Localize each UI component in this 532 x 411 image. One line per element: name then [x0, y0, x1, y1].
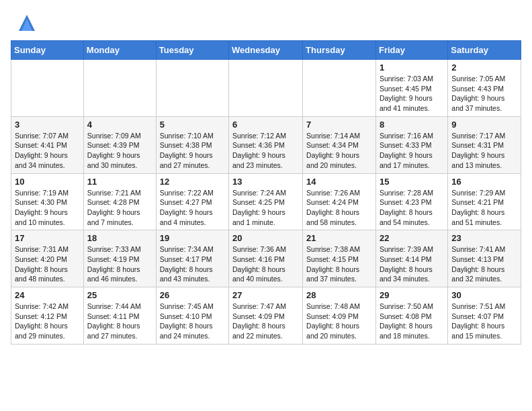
day-number: 3	[15, 120, 80, 130]
day-number: 30	[451, 290, 517, 300]
day-info: Sunrise: 7:16 AM Sunset: 4:33 PM Dayligh…	[380, 131, 444, 171]
calendar-cell: 7Sunrise: 7:14 AM Sunset: 4:34 PM Daylig…	[303, 116, 376, 173]
day-info: Sunrise: 7:38 AM Sunset: 4:15 PM Dayligh…	[306, 244, 372, 284]
calendar-cell: 27Sunrise: 7:47 AM Sunset: 4:09 PM Dayli…	[229, 287, 303, 345]
day-info: Sunrise: 7:19 AM Sunset: 4:30 PM Dayligh…	[15, 188, 80, 228]
day-info: Sunrise: 7:07 AM Sunset: 4:41 PM Dayligh…	[15, 131, 80, 171]
day-info: Sunrise: 7:24 AM Sunset: 4:25 PM Dayligh…	[232, 188, 299, 228]
day-number: 5	[160, 120, 225, 130]
day-info: Sunrise: 7:44 AM Sunset: 4:11 PM Dayligh…	[87, 302, 152, 341]
weekday-header-tuesday: Tuesday	[156, 41, 228, 60]
calendar-cell: 17Sunrise: 7:31 AM Sunset: 4:20 PM Dayli…	[11, 230, 84, 287]
day-info: Sunrise: 7:36 AM Sunset: 4:16 PM Dayligh…	[232, 244, 299, 284]
day-info: Sunrise: 7:26 AM Sunset: 4:24 PM Dayligh…	[306, 188, 372, 228]
day-number: 25	[87, 290, 152, 300]
day-number: 29	[380, 290, 444, 300]
day-number: 21	[306, 233, 372, 243]
day-info: Sunrise: 7:48 AM Sunset: 4:09 PM Dayligh…	[306, 302, 372, 341]
day-info: Sunrise: 7:09 AM Sunset: 4:39 PM Dayligh…	[87, 131, 152, 171]
calendar-cell: 6Sunrise: 7:12 AM Sunset: 4:36 PM Daylig…	[229, 116, 303, 173]
calendar-body: 1Sunrise: 7:03 AM Sunset: 4:45 PM Daylig…	[11, 60, 521, 345]
day-info: Sunrise: 7:12 AM Sunset: 4:36 PM Dayligh…	[232, 131, 299, 171]
weekday-header-thursday: Thursday	[303, 41, 376, 60]
day-number: 8	[380, 120, 444, 130]
week-row-2: 3Sunrise: 7:07 AM Sunset: 4:41 PM Daylig…	[11, 116, 521, 173]
logo-icon	[16, 12, 38, 34]
day-info: Sunrise: 7:45 AM Sunset: 4:10 PM Dayligh…	[160, 302, 225, 341]
week-row-4: 17Sunrise: 7:31 AM Sunset: 4:20 PM Dayli…	[11, 230, 521, 287]
calendar-cell: 2Sunrise: 7:05 AM Sunset: 4:43 PM Daylig…	[448, 60, 521, 117]
calendar-cell: 22Sunrise: 7:39 AM Sunset: 4:14 PM Dayli…	[375, 230, 447, 287]
day-info: Sunrise: 7:03 AM Sunset: 4:45 PM Dayligh…	[380, 74, 444, 113]
day-number: 10	[15, 177, 80, 187]
calendar-cell: 13Sunrise: 7:24 AM Sunset: 4:25 PM Dayli…	[229, 173, 303, 230]
day-number: 22	[380, 233, 444, 243]
day-info: Sunrise: 7:51 AM Sunset: 4:07 PM Dayligh…	[451, 302, 517, 341]
calendar-table: SundayMondayTuesdayWednesdayThursdayFrid…	[11, 40, 521, 345]
day-info: Sunrise: 7:39 AM Sunset: 4:14 PM Dayligh…	[380, 244, 444, 284]
week-row-3: 10Sunrise: 7:19 AM Sunset: 4:30 PM Dayli…	[11, 173, 521, 230]
calendar-cell	[303, 60, 376, 117]
calendar-cell: 14Sunrise: 7:26 AM Sunset: 4:24 PM Dayli…	[303, 173, 376, 230]
calendar-cell: 24Sunrise: 7:42 AM Sunset: 4:12 PM Dayli…	[11, 287, 84, 345]
day-number: 18	[87, 233, 152, 243]
calendar-cell: 1Sunrise: 7:03 AM Sunset: 4:45 PM Daylig…	[375, 60, 447, 117]
week-row-5: 24Sunrise: 7:42 AM Sunset: 4:12 PM Dayli…	[11, 287, 521, 345]
day-number: 12	[160, 177, 225, 187]
weekday-header-saturday: Saturday	[448, 41, 521, 60]
week-row-1: 1Sunrise: 7:03 AM Sunset: 4:45 PM Daylig…	[11, 60, 521, 117]
calendar-cell: 16Sunrise: 7:29 AM Sunset: 4:21 PM Dayli…	[448, 173, 521, 230]
day-info: Sunrise: 7:33 AM Sunset: 4:19 PM Dayligh…	[87, 244, 152, 284]
calendar-cell: 11Sunrise: 7:21 AM Sunset: 4:28 PM Dayli…	[83, 173, 156, 230]
day-info: Sunrise: 7:34 AM Sunset: 4:17 PM Dayligh…	[160, 244, 225, 284]
day-number: 1	[380, 62, 444, 73]
day-info: Sunrise: 7:10 AM Sunset: 4:38 PM Dayligh…	[160, 131, 225, 171]
day-info: Sunrise: 7:47 AM Sunset: 4:09 PM Dayligh…	[232, 302, 299, 341]
day-info: Sunrise: 7:17 AM Sunset: 4:31 PM Dayligh…	[451, 131, 517, 171]
weekday-header-row: SundayMondayTuesdayWednesdayThursdayFrid…	[11, 41, 521, 60]
day-number: 15	[380, 177, 444, 187]
calendar-cell: 19Sunrise: 7:34 AM Sunset: 4:17 PM Dayli…	[156, 230, 228, 287]
calendar-cell: 25Sunrise: 7:44 AM Sunset: 4:11 PM Dayli…	[83, 287, 156, 345]
weekday-header-monday: Monday	[83, 41, 156, 60]
day-number: 26	[160, 290, 225, 300]
calendar-cell: 20Sunrise: 7:36 AM Sunset: 4:16 PM Dayli…	[229, 230, 303, 287]
calendar-cell	[83, 60, 156, 117]
calendar-cell: 21Sunrise: 7:38 AM Sunset: 4:15 PM Dayli…	[303, 230, 376, 287]
calendar-wrap: SundayMondayTuesdayWednesdayThursdayFrid…	[0, 40, 532, 350]
calendar-cell: 3Sunrise: 7:07 AM Sunset: 4:41 PM Daylig…	[11, 116, 84, 173]
calendar-cell: 12Sunrise: 7:22 AM Sunset: 4:27 PM Dayli…	[156, 173, 228, 230]
weekday-header-wednesday: Wednesday	[229, 41, 303, 60]
calendar-cell: 29Sunrise: 7:50 AM Sunset: 4:08 PM Dayli…	[375, 287, 447, 345]
day-info: Sunrise: 7:29 AM Sunset: 4:21 PM Dayligh…	[451, 188, 517, 228]
day-info: Sunrise: 7:41 AM Sunset: 4:13 PM Dayligh…	[451, 244, 517, 284]
calendar-cell: 18Sunrise: 7:33 AM Sunset: 4:19 PM Dayli…	[83, 230, 156, 287]
calendar-cell: 4Sunrise: 7:09 AM Sunset: 4:39 PM Daylig…	[83, 116, 156, 173]
calendar-cell: 8Sunrise: 7:16 AM Sunset: 4:33 PM Daylig…	[375, 116, 447, 173]
calendar-cell: 23Sunrise: 7:41 AM Sunset: 4:13 PM Dayli…	[448, 230, 521, 287]
day-info: Sunrise: 7:22 AM Sunset: 4:27 PM Dayligh…	[160, 188, 225, 228]
weekday-header-sunday: Sunday	[11, 41, 84, 60]
day-number: 28	[306, 290, 372, 300]
day-info: Sunrise: 7:05 AM Sunset: 4:43 PM Dayligh…	[451, 74, 517, 113]
calendar-cell: 30Sunrise: 7:51 AM Sunset: 4:07 PM Dayli…	[448, 287, 521, 345]
day-number: 24	[15, 290, 80, 300]
calendar-cell: 26Sunrise: 7:45 AM Sunset: 4:10 PM Dayli…	[156, 287, 228, 345]
calendar-cell	[11, 60, 84, 117]
day-number: 16	[451, 177, 517, 187]
day-info: Sunrise: 7:14 AM Sunset: 4:34 PM Dayligh…	[306, 131, 372, 171]
day-number: 6	[232, 120, 299, 130]
day-info: Sunrise: 7:21 AM Sunset: 4:28 PM Dayligh…	[87, 188, 152, 228]
day-number: 7	[306, 120, 372, 130]
day-number: 14	[306, 177, 372, 187]
day-number: 20	[232, 233, 299, 243]
calendar-cell: 10Sunrise: 7:19 AM Sunset: 4:30 PM Dayli…	[11, 173, 84, 230]
day-number: 4	[87, 120, 152, 130]
day-info: Sunrise: 7:31 AM Sunset: 4:20 PM Dayligh…	[15, 244, 80, 284]
day-number: 13	[232, 177, 299, 187]
calendar-cell: 15Sunrise: 7:28 AM Sunset: 4:23 PM Dayli…	[375, 173, 447, 230]
page-header	[0, 0, 532, 40]
calendar-cell	[229, 60, 303, 117]
day-number: 9	[451, 120, 517, 130]
day-info: Sunrise: 7:50 AM Sunset: 4:08 PM Dayligh…	[380, 302, 444, 341]
